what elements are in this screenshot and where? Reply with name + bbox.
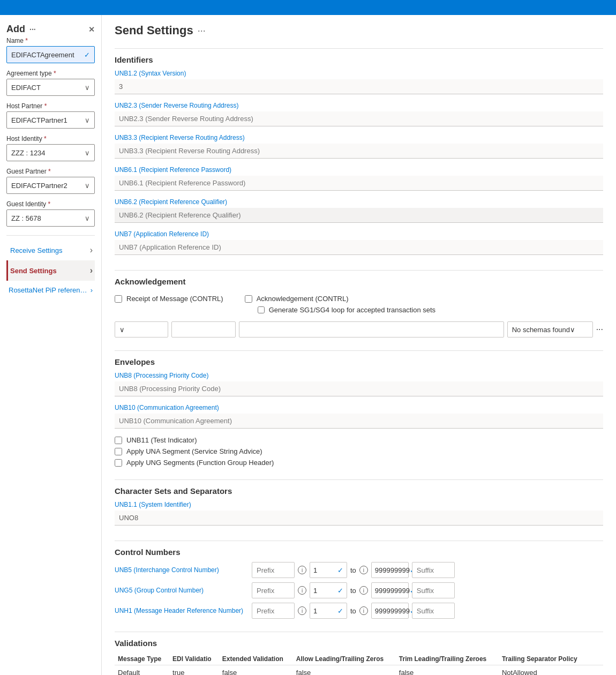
unb62-label: UNB6.2 (Recipient Reference Qualifier) <box>115 198 603 206</box>
default-extended-cell: false <box>219 665 293 676</box>
unb5-prefix-input[interactable] <box>252 562 295 578</box>
validations-table: Message Type EDI Validatio Extended Vali… <box>115 653 603 675</box>
ung5-from[interactable]: 1 ✓ <box>310 582 347 598</box>
guest-partner-input[interactable]: EDIFACTPartner2 ∨ <box>6 177 95 194</box>
unh1-from[interactable]: 1 ✓ <box>310 603 347 619</box>
ung5-info-icon[interactable]: i <box>298 586 306 595</box>
unh1-prefix-input[interactable] <box>252 603 295 619</box>
col-actions <box>588 653 603 665</box>
unb23-input[interactable] <box>115 111 603 126</box>
unb11-sys-input[interactable] <box>115 511 603 526</box>
host-identity-input[interactable]: ZZZ : 1234 ∨ <box>6 144 95 161</box>
char-sets-title: Character Sets and Separators <box>115 486 603 496</box>
default-trim-zeros-cell: false <box>396 665 499 676</box>
agreement-type-input[interactable]: EDIFACT ∨ <box>6 79 95 96</box>
una-segment-label: Apply UNA Segment (Service String Advice… <box>126 447 262 455</box>
schema-row: ∨ No schemas found ∨ ··· <box>115 321 603 338</box>
sidebar-nav: Receive Settings › Send Settings › Roset… <box>6 235 95 299</box>
host-partner-field: Host Partner * EDIFACTPartner1 ∨ <box>6 102 95 129</box>
sidebar-header: Add ··· ✕ <box>6 24 95 35</box>
unb11-label: UNB11 (Test Indicator) <box>126 436 197 444</box>
col-allow-zeros: Allow Leading/Trailing Zeros <box>293 653 396 665</box>
schema-dropdown-2[interactable] <box>171 321 236 338</box>
una-segment-checkbox-field: Apply UNA Segment (Service String Advice… <box>115 447 603 455</box>
schema-no-found-dropdown[interactable]: No schemas found ∨ <box>507 321 593 338</box>
unh1-label: UNH1 (Message Header Reference Number) <box>115 607 249 614</box>
unb5-to-info-icon[interactable]: i <box>359 566 368 574</box>
col-message-type: Message Type <box>115 653 169 665</box>
ung5-suffix-input[interactable] <box>412 582 455 598</box>
unb12-input[interactable] <box>115 79 603 94</box>
unb11-checkbox[interactable] <box>115 437 122 444</box>
unh1-to-label: to <box>350 607 356 615</box>
unh1-info-icon[interactable]: i <box>298 606 306 615</box>
host-identity-label: Host Identity * <box>6 135 95 142</box>
sidebar: Add ··· ✕ Name * EDIFACTAgreement ✓ Agre… <box>0 15 102 675</box>
guest-partner-chevron: ∨ <box>85 182 90 190</box>
default-edi-cell: true <box>169 665 219 676</box>
schema-more-button[interactable]: ··· <box>596 325 603 334</box>
unb33-label: UNB3.3 (Recipient Reverse Routing Addres… <box>115 134 603 141</box>
unh1-to-info-icon[interactable]: i <box>359 606 368 615</box>
generate-sg-checkbox[interactable] <box>258 306 265 313</box>
unb8-input[interactable] <box>115 381 603 396</box>
host-partner-label: Host Partner * <box>6 102 95 110</box>
sidebar-dots[interactable]: ··· <box>29 25 36 34</box>
guest-identity-field: Guest Identity * ZZ : 5678 ∨ <box>6 200 95 227</box>
unh1-to[interactable]: 999999999 ✓ <box>371 603 409 619</box>
main-content: Send Settings ··· Identifiers UNB1.2 (Sy… <box>102 15 616 675</box>
ung5-to-label: to <box>350 587 356 595</box>
name-input[interactable]: EDIFACTAgreement ✓ <box>6 46 95 63</box>
ung5-to-info-icon[interactable]: i <box>359 586 368 595</box>
unb33-input[interactable] <box>115 144 603 159</box>
agreement-type-field: Agreement type * EDIFACT ∨ <box>6 70 95 96</box>
ung-segments-checkbox[interactable] <box>115 459 122 467</box>
col-trailing-separator: Trailing Separator Policy <box>499 653 588 665</box>
unb7-input[interactable] <box>115 240 603 255</box>
unb11-sys-label: UNB1.1 (System Identifier) <box>115 501 603 508</box>
ung5-row: UNG5 (Group Control Number) i 1 ✓ to i 9… <box>115 582 603 598</box>
una-segment-checkbox[interactable] <box>115 448 122 455</box>
host-partner-input[interactable]: EDIFACTPartner1 ∨ <box>6 111 95 129</box>
guest-partner-label: Guest Partner * <box>6 168 95 175</box>
guest-identity-input[interactable]: ZZ : 5678 ∨ <box>6 209 95 227</box>
col-extended-validation: Extended Validation <box>219 653 293 665</box>
sidebar-item-receive-settings[interactable]: Receive Settings › <box>6 240 95 260</box>
schema-dropdown-1[interactable]: ∨ <box>115 321 168 338</box>
default-policy-cell: NotAllowed <box>499 665 588 676</box>
validations-default-row: Default true false false false <box>115 665 603 676</box>
add-title: Add <box>6 24 25 35</box>
unb5-from[interactable]: 1 ✓ <box>310 562 347 578</box>
acknowledgement-section: Acknowledgement Receipt of Message (CONT… <box>115 270 603 338</box>
ung5-prefix-input[interactable] <box>252 582 295 598</box>
unb10-input[interactable] <box>115 414 603 429</box>
default-type-cell: Default <box>115 665 169 676</box>
guest-identity-label: Guest Identity * <box>6 200 95 208</box>
send-settings-chevron: › <box>90 266 93 275</box>
unb8-label: UNB8 (Processing Priority Code) <box>115 372 603 379</box>
schema-dropdown-3[interactable] <box>239 321 504 338</box>
rosettanet-chevron: › <box>91 286 93 294</box>
schema-no-found-chevron: ∨ <box>570 326 575 334</box>
ack-contrl-checkbox[interactable] <box>245 295 252 303</box>
sidebar-close[interactable]: ✕ <box>88 25 95 34</box>
unb12-label: UNB1.2 (Syntax Version) <box>115 70 603 77</box>
host-partner-chevron: ∨ <box>85 116 90 124</box>
unb62-input[interactable] <box>115 208 603 223</box>
unb61-input[interactable] <box>115 176 603 191</box>
generate-sg-row: Generate SG1/SG4 loop for accepted trans… <box>258 306 435 314</box>
unb5-to[interactable]: 999999999 ✓ <box>371 562 409 578</box>
unb5-info-icon[interactable]: i <box>298 566 306 574</box>
envelopes-section: Envelopes UNB8 (Processing Priority Code… <box>115 350 603 467</box>
receipt-of-message-row: Receipt of Message (CONTRL) <box>115 295 223 303</box>
sidebar-item-send-settings[interactable]: Send Settings › <box>6 260 95 281</box>
ung5-to[interactable]: 999999999 ✓ <box>371 582 409 598</box>
unh1-suffix-input[interactable] <box>412 603 455 619</box>
receipt-of-message-checkbox[interactable] <box>115 295 122 303</box>
validations-section: Validations Message Type EDI Validatio E… <box>115 632 603 675</box>
main-dots[interactable]: ··· <box>198 25 206 36</box>
unb5-suffix-input[interactable] <box>412 562 455 578</box>
generate-sg-label: Generate SG1/SG4 loop for accepted trans… <box>269 306 435 314</box>
sidebar-item-rosettanet[interactable]: RosettaNet PiP referen… › <box>6 281 95 299</box>
name-field: Name * EDIFACTAgreement ✓ <box>6 37 95 63</box>
